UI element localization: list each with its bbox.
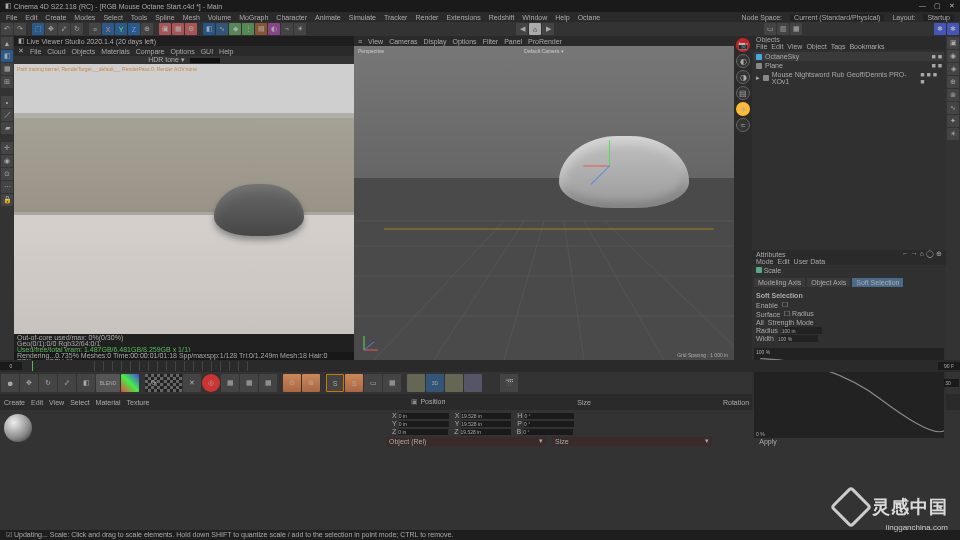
attr-checkbox[interactable]: ☐ xyxy=(782,301,788,309)
filter-b[interactable]: ◉ xyxy=(947,50,959,62)
attr-value[interactable]: Strength Mode xyxy=(768,319,814,326)
size-x[interactable] xyxy=(461,413,511,419)
obj-tab-view[interactable]: View xyxy=(787,43,802,50)
menu-modes[interactable]: Modes xyxy=(74,14,95,21)
oct-fog-icon[interactable]: ≈ xyxy=(736,118,750,132)
menu-window[interactable]: Window xyxy=(522,14,547,21)
attr-radius-input[interactable] xyxy=(782,327,822,334)
c-tex2[interactable] xyxy=(445,374,463,392)
c-S2[interactable]: S xyxy=(345,374,363,392)
oct-camera-icon[interactable]: 📷 xyxy=(736,38,750,52)
c-checker[interactable]: ⟳ xyxy=(145,374,163,392)
vp-menu-filter[interactable]: Filter xyxy=(483,38,499,45)
size-mode-dropdown[interactable]: Size▾ xyxy=(552,437,712,446)
filter-d[interactable]: ⊕ xyxy=(947,76,959,88)
lv-menu-compare[interactable]: Compare xyxy=(136,48,165,55)
oct-sun-icon[interactable]: ☀ xyxy=(736,102,750,116)
oct-texture-icon[interactable]: ▤ xyxy=(736,86,750,100)
size-y[interactable] xyxy=(461,421,511,427)
lv-menu-gui[interactable]: GUI xyxy=(201,48,213,55)
point-mode[interactable]: • xyxy=(1,96,13,108)
pos-z[interactable] xyxy=(398,429,448,435)
quantize[interactable]: ⋯ xyxy=(1,181,13,193)
generator-prim[interactable]: ◆ xyxy=(229,23,241,35)
lv-menu-cloud[interactable]: Cloud xyxy=(47,48,65,55)
material-manager[interactable] xyxy=(0,410,380,450)
view-quad[interactable]: ▦ xyxy=(790,23,802,35)
c-grid3[interactable]: ▦ xyxy=(259,374,277,392)
menu-animate[interactable]: Animate xyxy=(315,14,341,21)
obj-tab-edit[interactable]: Edit xyxy=(771,43,783,50)
c-checker2[interactable] xyxy=(164,374,182,392)
history-tool[interactable]: ≡ xyxy=(89,23,101,35)
menu-spline[interactable]: Spline xyxy=(155,14,174,21)
timeline[interactable] xyxy=(0,360,960,372)
nav-home[interactable]: ⌂ xyxy=(529,23,541,35)
mat-tab-create[interactable]: Create xyxy=(4,399,25,406)
c-grid1[interactable]: ▦ xyxy=(221,374,239,392)
obj-tab-file[interactable]: File xyxy=(756,43,767,50)
c-tex3[interactable] xyxy=(464,374,482,392)
workplane-mode[interactable]: ⊞ xyxy=(1,76,13,88)
object-row[interactable]: OctaneSky■ ■ xyxy=(754,52,944,61)
menu-extensions[interactable]: Extensions xyxy=(446,14,480,21)
lv-menu-materials[interactable]: Materials xyxy=(101,48,129,55)
attr-subtab-object[interactable]: Object Axis xyxy=(807,278,850,287)
c-p2[interactable]: ▦ xyxy=(383,374,401,392)
object-manager[interactable]: OctaneSky■ ■ Plane■ ■ ▸Mouse Nightsword … xyxy=(752,50,946,250)
menu-mesh[interactable]: Mesh xyxy=(183,14,200,21)
cube-prim[interactable]: ◧ xyxy=(203,23,215,35)
view-split[interactable]: ▥ xyxy=(777,23,789,35)
snap-toggle[interactable]: ⊙ xyxy=(1,168,13,180)
pos-x[interactable] xyxy=(399,413,449,419)
filter-a[interactable]: ▣ xyxy=(947,37,959,49)
c-rot[interactable]: ↻ xyxy=(39,374,57,392)
c-target[interactable]: ◎ xyxy=(202,374,220,392)
attr-value[interactable]: ☐ Radius xyxy=(784,310,814,318)
filter-e[interactable]: ⊗ xyxy=(947,89,959,101)
redo-button[interactable]: ↷ xyxy=(14,23,26,35)
pos-y[interactable] xyxy=(399,421,449,427)
model-mode[interactable]: ◧ xyxy=(1,50,13,62)
viewport-solo[interactable]: ◉ xyxy=(1,155,13,167)
object-row[interactable]: ▸Mouse Nightsword Rub Geoff/Dennis PRO-X… xyxy=(754,70,944,86)
texture-mode[interactable]: ▦ xyxy=(1,63,13,75)
menu-edit[interactable]: Edit xyxy=(25,14,37,21)
obj-tab-tags[interactable]: Tags xyxy=(831,43,846,50)
attr-width-input[interactable] xyxy=(778,335,818,342)
mat-tab-edit[interactable]: Edit xyxy=(31,399,43,406)
make-editable[interactable]: ▲ xyxy=(1,37,13,49)
mat-tab-select[interactable]: Select xyxy=(70,399,89,406)
menu-redshift[interactable]: Redshift xyxy=(489,14,515,21)
render-view-button[interactable]: ▣ xyxy=(159,23,171,35)
gear-b-icon[interactable]: ✱ xyxy=(947,23,959,35)
axis-y[interactable]: Y xyxy=(115,23,127,35)
locked[interactable]: 🔒 xyxy=(1,194,13,206)
c-o1[interactable]: ⊙ xyxy=(283,374,301,392)
move-tool[interactable]: ✥ xyxy=(45,23,57,35)
timeline-start[interactable] xyxy=(0,362,22,370)
material-swatch[interactable] xyxy=(4,414,32,446)
axis-x[interactable]: X xyxy=(102,23,114,35)
menu-volume[interactable]: Volume xyxy=(208,14,231,21)
menu-file[interactable]: File xyxy=(6,14,17,21)
filter-h[interactable]: ☀ xyxy=(947,128,959,140)
vp-menu-cameras[interactable]: Cameras xyxy=(389,38,417,45)
menu-create[interactable]: Create xyxy=(45,14,66,21)
lv-render-view[interactable]: Path tracing kernel, RenderTarget:__defa… xyxy=(14,64,354,334)
mograph-prim[interactable]: ⋮ xyxy=(242,23,254,35)
oct-contrast-icon[interactable]: ◑ xyxy=(736,70,750,84)
size-z[interactable] xyxy=(461,429,511,435)
rot-p[interactable] xyxy=(524,421,574,427)
scale-tool[interactable]: ⤢ xyxy=(58,23,70,35)
c-blend[interactable]: BLEND xyxy=(96,374,120,392)
world-axis[interactable]: ⊕ xyxy=(141,23,153,35)
poly-mode[interactable]: ▰ xyxy=(1,122,13,134)
menu-octane[interactable]: Octane xyxy=(578,14,601,21)
attr-tab-userdata[interactable]: User Data xyxy=(794,258,826,265)
nav-prev[interactable]: ◀ xyxy=(516,23,528,35)
menu-simulate[interactable]: Simulate xyxy=(349,14,376,21)
menu-tracker[interactable]: Tracker xyxy=(384,14,407,21)
c-psr[interactable]: ◧ xyxy=(77,374,95,392)
node-space-value[interactable]: Current (Standard/Physical) xyxy=(790,14,884,21)
